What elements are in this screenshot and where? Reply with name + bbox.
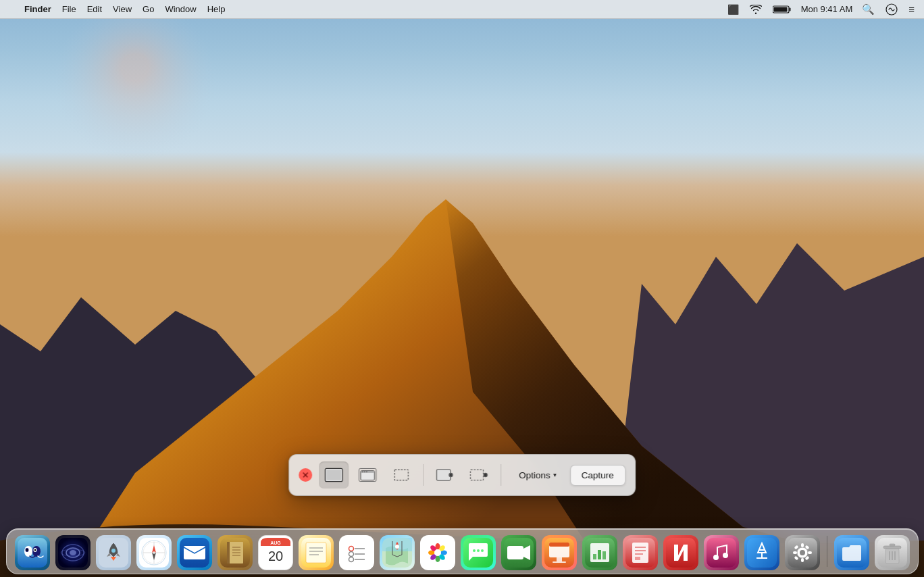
dock-safari[interactable] [135, 532, 173, 570]
dock-messages[interactable] [459, 532, 497, 570]
svg-rect-115 [808, 551, 812, 554]
messages-icon [461, 535, 496, 570]
svg-point-81 [477, 549, 480, 552]
toolbar-separator-2 [500, 464, 501, 486]
safari-icon [136, 535, 172, 570]
dock-calendar[interactable]: AUG 20 [257, 532, 294, 570]
appstore-icon [744, 535, 779, 570]
siri-icon[interactable] [881, 3, 902, 16]
svg-point-33 [111, 549, 116, 553]
svg-rect-58 [342, 538, 371, 568]
svg-rect-17 [470, 470, 483, 480]
news-icon [663, 535, 698, 570]
calendar-icon: AUG 20 [258, 535, 293, 570]
capture-selection-button[interactable] [386, 461, 416, 488]
svg-rect-88 [557, 557, 562, 561]
dock-system-prefs[interactable] [784, 532, 821, 570]
notes-icon [299, 535, 334, 570]
svg-rect-43 [227, 542, 230, 563]
mail-icon [177, 535, 212, 570]
dock-keynote[interactable] [540, 532, 578, 570]
edit-menu[interactable]: Edit [82, 0, 107, 18]
record-screen-button[interactable] [430, 461, 460, 488]
svg-point-78 [434, 549, 441, 556]
svg-point-11 [366, 471, 367, 472]
screenshot-toolbar: Options ▾ Capture [288, 454, 636, 496]
finder-menu[interactable]: Finder [19, 0, 57, 18]
dock-reminders[interactable] [338, 532, 376, 570]
battery-icon[interactable] [769, 5, 796, 14]
dock: AUG 20 [0, 522, 924, 577]
window-menu[interactable]: Window [159, 0, 201, 18]
go-menu[interactable]: Go [137, 0, 159, 18]
svg-point-21 [24, 546, 32, 557]
svg-point-82 [481, 549, 484, 552]
dock-mail[interactable] [176, 532, 213, 570]
svg-point-22 [32, 546, 41, 557]
help-menu[interactable]: Help [202, 0, 231, 18]
dock-inner: AUG 20 [6, 528, 919, 574]
record-screen-icon [436, 468, 455, 482]
options-label: Options [519, 470, 550, 480]
files-icon [834, 535, 869, 570]
svg-point-10 [364, 471, 365, 472]
svg-point-9 [362, 471, 363, 472]
svg-rect-89 [553, 561, 566, 563]
dock-notes-app[interactable] [216, 532, 254, 570]
view-menu[interactable]: View [107, 0, 137, 18]
datetime[interactable]: Mon 9:41 AM [798, 4, 856, 14]
maps-icon [380, 535, 415, 570]
svg-rect-124 [890, 544, 895, 546]
dock-trash[interactable] [873, 532, 911, 570]
keynote-icon [542, 535, 577, 570]
svg-rect-2 [773, 7, 787, 11]
capture-window-button[interactable] [353, 461, 382, 488]
airplay-icon[interactable]: ⬛ [723, 4, 743, 15]
svg-rect-93 [598, 550, 601, 559]
svg-point-111 [800, 550, 805, 555]
pages-icon [623, 535, 658, 570]
record-selection-button[interactable] [464, 461, 494, 488]
dock-launchpad[interactable] [95, 532, 132, 570]
dock-numbers[interactable] [581, 532, 619, 570]
facetime-icon [501, 535, 536, 570]
capture-window-icon [358, 468, 377, 482]
dock-facetime[interactable] [500, 532, 538, 570]
svg-rect-114 [793, 551, 797, 554]
svg-point-103 [713, 555, 719, 560]
wifi-icon[interactable] [746, 5, 766, 14]
dock-siri[interactable] [54, 532, 92, 570]
dock-pages[interactable] [621, 532, 659, 570]
dock-music[interactable] [702, 532, 740, 570]
dock-notes[interactable] [297, 532, 335, 570]
svg-rect-113 [801, 558, 804, 562]
svg-rect-20 [18, 538, 47, 568]
svg-rect-5 [326, 470, 341, 480]
file-menu[interactable]: File [57, 0, 82, 18]
capture-fullscreen-button[interactable] [319, 461, 349, 488]
dock-appstore[interactable] [743, 532, 781, 570]
svg-point-80 [473, 549, 476, 552]
menubar-right: ⬛ Mon 9:41 AM 🔍 [723, 3, 919, 16]
toolbar-close-button[interactable] [299, 468, 312, 482]
svg-rect-100 [635, 557, 640, 560]
dock-maps[interactable] [378, 532, 416, 570]
options-button[interactable]: Options ▾ [511, 466, 565, 484]
spotlight-icon[interactable]: 🔍 [858, 3, 879, 16]
svg-rect-94 [602, 551, 606, 559]
finder-face-icon [18, 538, 47, 568]
dock-photos[interactable] [419, 532, 457, 570]
svg-point-15 [450, 474, 452, 476]
reminders-icon [339, 535, 374, 570]
dock-files[interactable] [833, 532, 871, 570]
notefile-icon [217, 535, 253, 570]
toolbar-separator-1 [423, 464, 424, 486]
svg-rect-123 [883, 546, 901, 549]
svg-rect-112 [801, 543, 804, 547]
svg-rect-12 [394, 470, 408, 480]
dock-finder[interactable] [14, 532, 51, 570]
apple-menu[interactable] [5, 0, 19, 18]
dock-news[interactable] [662, 532, 700, 570]
capture-button[interactable]: Capture [570, 465, 625, 486]
notification-center-icon[interactable]: ≡ [904, 3, 919, 15]
